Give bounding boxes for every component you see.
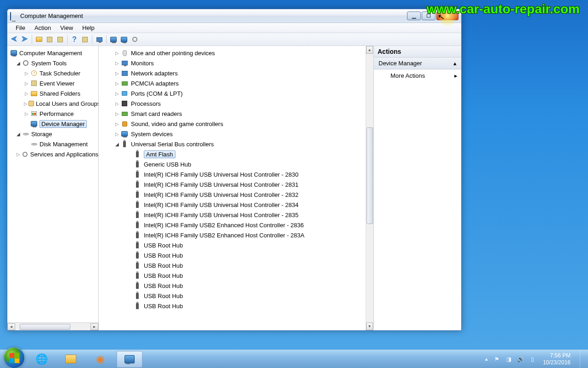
dev-category-ports[interactable]: ▷Ports (COM & LPT) (108, 88, 373, 98)
tree-root[interactable]: Computer Management (7, 48, 98, 58)
dev-category-monitors[interactable]: ▷Monitors (108, 58, 373, 68)
menu-file[interactable]: File (11, 23, 30, 32)
taskbar-compmgmt[interactable] (117, 351, 142, 368)
minimize-button[interactable]: ▁ (407, 12, 421, 20)
scroll-left-button[interactable]: ◄ (7, 323, 15, 330)
tree-shared-folders[interactable]: ▷Shared Folders (7, 88, 98, 98)
horizontal-scrollbar[interactable]: ◄ ► (7, 322, 98, 330)
tools-icon (23, 60, 28, 66)
usb-icon (136, 242, 139, 248)
toolbar-btn-6[interactable] (108, 34, 119, 45)
dev-usb-item[interactable]: Generic USB Hub (108, 159, 373, 169)
battery-icon[interactable]: ▯ (529, 356, 537, 363)
scroll-thumb[interactable] (367, 127, 373, 224)
dev-category-usb[interactable]: ◢Universal Serial Bus controllers (108, 139, 373, 149)
dev-category-sound[interactable]: ▷Sound, video and game controllers (108, 119, 373, 129)
menu-help[interactable]: Help (78, 23, 99, 32)
folder-icon (64, 353, 78, 366)
help-icon: ? (72, 35, 77, 44)
dev-usb-item[interactable]: USB Root Hub (108, 270, 373, 281)
dev-usb-item[interactable]: USB Root Hub (108, 281, 373, 291)
taskbar-explorer[interactable] (58, 351, 84, 368)
usb-icon (136, 192, 139, 198)
tree-system-tools[interactable]: ◢System Tools (7, 58, 98, 68)
dev-label: USB Root Hub (144, 272, 183, 279)
tree-local-users[interactable]: ▷Local Users and Groups (7, 98, 98, 109)
dev-usb-item[interactable]: Amt Flash (108, 149, 373, 159)
system-tray: ▲ ⚑ ◨ 🔊 ▯ 7:56 PM 10/23/2016 (484, 350, 584, 368)
tree-event-viewer[interactable]: ▷Event Viewer (7, 78, 98, 88)
toolbar-btn-4[interactable] (80, 34, 90, 45)
tree-device-manager[interactable]: ▷Device Manager (7, 119, 98, 129)
scroll-thumb[interactable] (20, 324, 70, 330)
users-icon (28, 101, 34, 106)
tree-services[interactable]: ▷Services and Applications (7, 149, 98, 159)
usb-icon (136, 232, 139, 238)
dev-usb-item[interactable]: USB Root Hub (108, 250, 373, 260)
toolbar-btn-2[interactable] (45, 34, 55, 45)
services-icon (23, 152, 28, 157)
scroll-track[interactable] (367, 54, 373, 322)
dev-label: Intel(R) ICH8 Family USB Universal Host … (144, 201, 299, 208)
tree-label: Shared Folders (40, 90, 80, 97)
dev-usb-item[interactable]: Intel(R) ICH8 Family USB2 Enhanced Host … (108, 220, 373, 230)
dev-usb-item[interactable]: Intel(R) ICH8 Family USB Universal Host … (108, 179, 373, 190)
expand-icon: ▷ (24, 111, 29, 116)
toolbar-btn-3[interactable] (55, 34, 65, 45)
dev-category-smartcard[interactable]: ▷Smart card readers (108, 109, 373, 119)
network-icon[interactable]: ◨ (505, 356, 513, 363)
dev-category-network[interactable]: ▷Network adapters (108, 68, 373, 78)
tray-clock[interactable]: 7:56 PM 10/23/2016 (541, 352, 573, 366)
volume-icon[interactable]: 🔊 (517, 356, 525, 363)
dev-category-processors[interactable]: ▷Processors (108, 98, 373, 109)
dev-usb-item[interactable]: Intel(R) ICH8 Family USB Universal Host … (108, 210, 373, 220)
dev-category-system[interactable]: ▷System devices (108, 129, 373, 139)
toolbar-btn-5[interactable] (94, 34, 104, 45)
dev-usb-item[interactable]: Intel(R) ICH8 Family USB Universal Host … (108, 190, 373, 200)
start-button[interactable] (4, 347, 25, 368)
dev-usb-item[interactable]: USB Root Hub (108, 240, 373, 250)
sound-icon (122, 121, 127, 126)
menu-action[interactable]: Action (30, 23, 56, 32)
titlebar[interactable]: Computer Management ▁ ☐ ✕ (7, 9, 461, 23)
tree-performance[interactable]: ▷Performance (7, 109, 98, 119)
actions-more-label: More Actions (390, 72, 425, 79)
dev-label: Intel(R) ICH8 Family USB Universal Host … (144, 212, 299, 218)
actions-more[interactable]: More Actions▸ (374, 69, 461, 82)
scroll-down-button[interactable]: ▼ (366, 322, 373, 330)
action-center-icon[interactable]: ⚑ (493, 356, 501, 363)
toolbar-btn-8[interactable] (130, 34, 140, 45)
dev-label: Universal Serial Bus controllers (131, 141, 214, 148)
expand-icon: ▷ (114, 111, 120, 116)
toolbar-btn-7[interactable] (119, 34, 129, 45)
show-desktop-button[interactable] (580, 350, 584, 368)
tree-task-scheduler[interactable]: ▷Task Scheduler (7, 68, 98, 78)
dev-usb-item[interactable]: USB Root Hub (108, 291, 373, 301)
taskbar-mediaplayer[interactable]: ◉ (87, 351, 113, 368)
nav-forward-button[interactable]: ⮞ (20, 34, 30, 45)
scroll-up-button[interactable]: ▲ (366, 46, 373, 54)
tree-label: Disk Management (40, 141, 88, 148)
scroll-right-button[interactable]: ► (90, 323, 98, 330)
tree-storage[interactable]: ◢Storage (7, 129, 98, 139)
dev-usb-item[interactable]: Intel(R) ICH8 Family USB Universal Host … (108, 169, 373, 179)
vertical-scrollbar[interactable]: ▲ ▼ (366, 46, 373, 330)
tray-date: 10/23/2016 (543, 359, 571, 366)
scroll-track[interactable] (15, 323, 90, 330)
taskbar-ie[interactable]: 🌐 (28, 351, 54, 368)
tray-show-hidden-button[interactable]: ▲ (484, 356, 489, 362)
menu-view[interactable]: View (56, 23, 78, 32)
dev-usb-item[interactable]: Intel(R) ICH8 Family USB Universal Host … (108, 200, 373, 210)
dev-usb-item[interactable]: USB Root Hub (108, 260, 373, 270)
nav-back-button[interactable]: ⮜ (9, 34, 19, 45)
actions-header: Actions (374, 46, 461, 58)
dev-category-mice[interactable]: ▷Mice and other pointing devices (108, 48, 373, 58)
toolbar-help-button[interactable]: ? (69, 34, 79, 45)
toolbar-btn-1[interactable] (34, 34, 44, 45)
tree-label: Computer Management (19, 50, 82, 57)
actions-section[interactable]: Device Manager▴ (374, 58, 461, 69)
dev-category-pcmcia[interactable]: ▷PCMCIA adapters (108, 78, 373, 88)
dev-usb-item[interactable]: USB Root Hub (108, 301, 373, 311)
dev-usb-item[interactable]: Intel(R) ICH8 Family USB2 Enhanced Host … (108, 230, 373, 240)
tree-disk-management[interactable]: ▷Disk Management (7, 139, 98, 149)
